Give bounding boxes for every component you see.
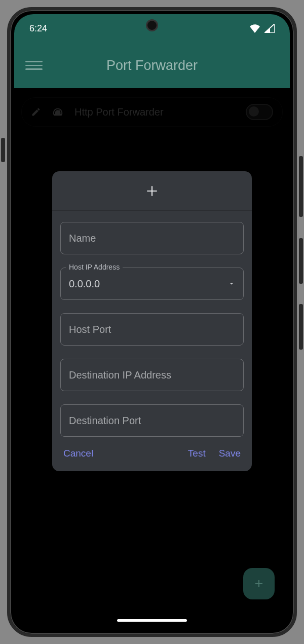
host-ip-field[interactable]: Host IP Address 0.0.0.0 xyxy=(60,268,244,300)
device-button-right-1 xyxy=(299,156,303,217)
host-ip-value: 0.0.0.0 xyxy=(69,278,228,290)
host-port-field[interactable] xyxy=(60,313,244,346)
plus-icon xyxy=(253,578,265,590)
save-button[interactable]: Save xyxy=(219,448,241,459)
dest-ip-input[interactable] xyxy=(69,369,235,381)
dest-port-field[interactable] xyxy=(60,404,244,437)
status-time: 6:24 xyxy=(29,23,47,34)
add-forwarder-dialog: Host IP Address 0.0.0.0 Cancel xyxy=(52,171,252,471)
camera-notch xyxy=(146,19,158,31)
device-frame: 6:24 Port Forwarder xyxy=(7,7,297,637)
name-input[interactable] xyxy=(69,233,235,244)
status-icons xyxy=(249,24,275,33)
chevron-down-icon[interactable] xyxy=(228,280,235,287)
host-ip-label: Host IP Address xyxy=(66,263,123,271)
device-button-left xyxy=(1,138,5,162)
nav-home-indicator[interactable] xyxy=(117,619,187,622)
test-button[interactable]: Test xyxy=(188,448,206,459)
menu-icon[interactable] xyxy=(25,57,43,74)
plus-icon xyxy=(145,184,159,198)
wifi-icon xyxy=(249,24,260,33)
dest-port-input[interactable] xyxy=(69,415,235,427)
dest-ip-field[interactable] xyxy=(60,359,244,391)
app-header: Port Forwarder xyxy=(14,43,290,88)
dialog-header xyxy=(52,171,252,211)
device-button-right-2 xyxy=(299,238,303,284)
device-button-right-3 xyxy=(299,304,303,350)
cancel-button[interactable]: Cancel xyxy=(63,448,93,459)
page-title: Port Forwarder xyxy=(106,58,198,73)
dialog-actions: Cancel Test Save xyxy=(52,440,252,461)
screen: 6:24 Port Forwarder xyxy=(14,14,290,630)
host-port-input[interactable] xyxy=(69,324,235,335)
name-field[interactable] xyxy=(60,222,244,254)
add-fab[interactable] xyxy=(243,568,275,599)
signal-icon xyxy=(264,24,275,33)
